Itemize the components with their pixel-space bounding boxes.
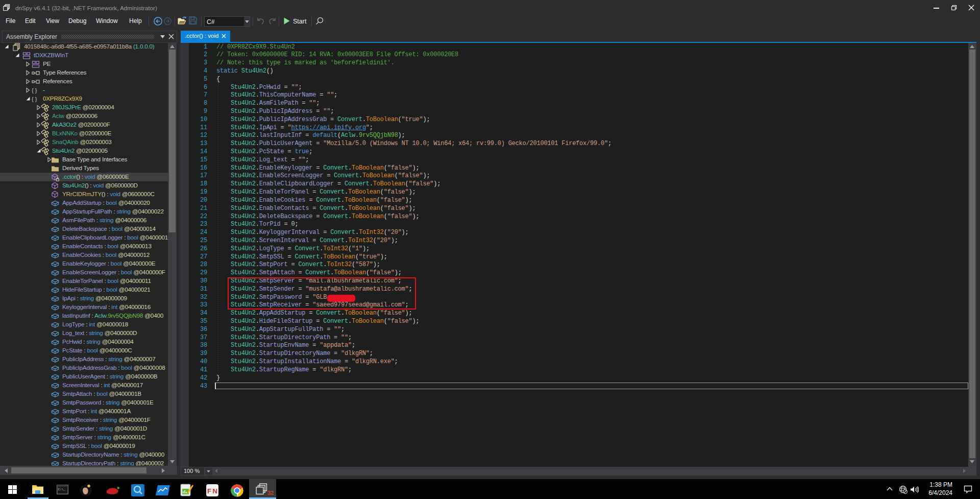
svg-text:{ }: { }: [32, 96, 37, 102]
svg-text:C:\_: C:\_: [58, 488, 66, 491]
svg-text:{ }: { }: [32, 87, 37, 93]
svg-text:FN: FN: [207, 487, 217, 495]
